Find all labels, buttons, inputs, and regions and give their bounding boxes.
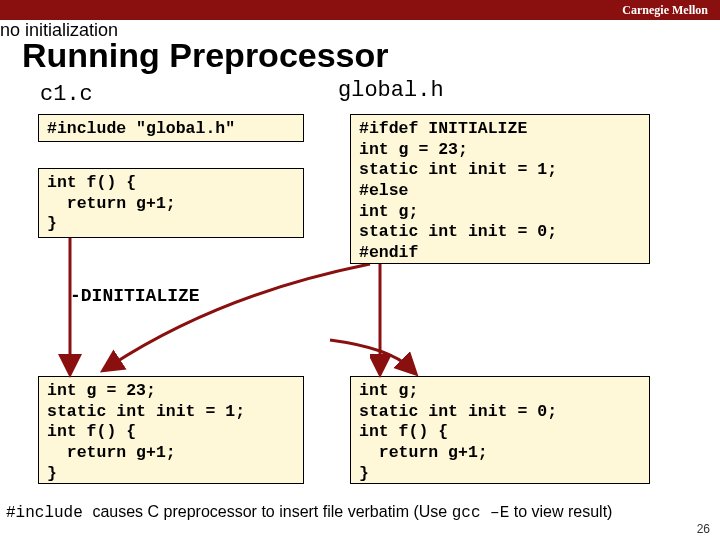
brand-text: Carnegie Mellon [622, 3, 708, 18]
code-func: int f() { return g+1; } [38, 168, 304, 238]
code-out-init: int g = 23; static int init = 1; int f()… [38, 376, 304, 484]
footer-text1: causes C preprocessor to insert file ver… [92, 503, 451, 520]
slide-body: Running Preprocessor c1.c global.h #incl… [0, 20, 720, 540]
code-header: #ifdef INITIALIZE int g = 23; static int… [350, 114, 650, 264]
footer-code2: gcc –E [452, 504, 510, 522]
slide-title: Running Preprocessor [22, 36, 389, 75]
footer-code1: #include [6, 504, 92, 522]
filename-left: c1.c [40, 82, 93, 107]
filename-right: global.h [338, 78, 444, 103]
footer-text2: to view result) [509, 503, 612, 520]
page-number: 26 [697, 522, 710, 536]
code-include: #include "global.h" [38, 114, 304, 142]
code-out-noinit: int g; static int init = 0; int f() { re… [350, 376, 650, 484]
footer-note: #include causes C preprocessor to insert… [6, 503, 612, 522]
brand-bar: Carnegie Mellon [0, 0, 720, 20]
arrow-noinit-to-right [320, 318, 440, 378]
